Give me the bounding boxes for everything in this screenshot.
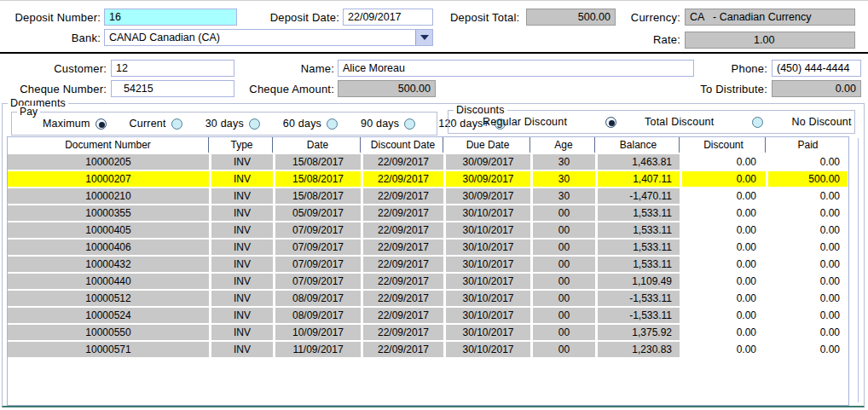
discount-option-no-discount[interactable]: No Discount: [791, 116, 868, 128]
pay-option-90-days[interactable]: 90 days: [361, 118, 415, 130]
cell-balance[interactable]: 1,533.11: [598, 205, 680, 221]
cell-discount[interactable]: 0.00: [682, 274, 766, 289]
radio-icon[interactable]: [249, 118, 260, 130]
cell-paid[interactable]: 0.00: [768, 154, 848, 170]
cell-due-date[interactable]: 30/09/2017: [446, 154, 530, 170]
cell-type[interactable]: INV: [211, 308, 273, 323]
discount-option-total-discount[interactable]: Total Discount: [645, 116, 763, 128]
radio-icon[interactable]: [95, 118, 107, 130]
cell-discount-date[interactable]: 22/09/2017: [363, 291, 443, 306]
deposit-number-input[interactable]: 16: [104, 9, 237, 26]
cell-type[interactable]: INV: [211, 240, 273, 255]
cell-document-number[interactable]: 10000550: [8, 325, 209, 340]
cell-date[interactable]: 08/09/2017: [275, 308, 361, 323]
cell-document-number[interactable]: 10000205: [8, 154, 209, 170]
cell-due-date[interactable]: 30/10/2017: [446, 222, 530, 238]
cell-date[interactable]: 07/09/2017: [275, 222, 361, 238]
phone-input[interactable]: (450) 444-4444: [772, 60, 861, 77]
cell-document-number[interactable]: 10000432: [8, 257, 209, 272]
cell-due-date[interactable]: 30/10/2017: [446, 308, 530, 323]
cell-age[interactable]: 00: [533, 291, 595, 306]
cell-discount[interactable]: 0.00: [682, 240, 766, 255]
cell-age[interactable]: 00: [533, 308, 595, 323]
cell-type[interactable]: INV: [211, 188, 273, 204]
cell-paid[interactable]: 0.00: [768, 342, 848, 357]
cell-type[interactable]: INV: [211, 274, 273, 289]
cell-discount[interactable]: 0.00: [682, 222, 766, 238]
customer-input[interactable]: 12: [111, 60, 234, 77]
cell-balance[interactable]: 1,463.81: [598, 154, 680, 170]
cell-discount[interactable]: 0.00: [682, 342, 766, 357]
cell-date[interactable]: 08/09/2017: [275, 291, 361, 306]
cell-age[interactable]: 30: [533, 188, 595, 204]
pay-option-30-days[interactable]: 30 days: [205, 118, 260, 130]
cell-discount-date[interactable]: 22/09/2017: [363, 154, 443, 170]
cell-age[interactable]: 00: [533, 222, 595, 238]
cell-type[interactable]: INV: [211, 205, 273, 221]
cell-document-number[interactable]: 10000406: [8, 240, 209, 255]
cell-age[interactable]: 00: [533, 342, 595, 357]
cell-discount[interactable]: 0.00: [682, 308, 766, 323]
cell-document-number[interactable]: 10000207: [8, 171, 209, 187]
cell-discount[interactable]: 0.00: [682, 325, 766, 340]
cell-age[interactable]: 00: [533, 240, 595, 255]
cell-discount[interactable]: 0.00: [682, 291, 766, 306]
cell-discount[interactable]: 0.00: [682, 257, 766, 272]
cell-paid[interactable]: 0.00: [768, 222, 848, 238]
cell-balance[interactable]: 1,533.11: [598, 257, 680, 272]
cell-discount-date[interactable]: 22/09/2017: [363, 274, 443, 289]
customer-name-input[interactable]: Alice Moreau: [338, 60, 694, 77]
cell-date[interactable]: 07/09/2017: [275, 240, 361, 255]
discount-option-regular-discount[interactable]: Regular Discount: [483, 116, 616, 128]
cell-document-number[interactable]: 10000405: [8, 222, 209, 238]
cell-paid[interactable]: 0.00: [768, 205, 848, 221]
cell-balance[interactable]: 1,109.49: [598, 274, 680, 289]
cell-date[interactable]: 05/09/2017: [275, 205, 361, 221]
cell-balance[interactable]: 1,407.11: [598, 171, 680, 187]
cell-date[interactable]: 15/08/2017: [275, 171, 361, 187]
radio-icon[interactable]: [752, 117, 763, 128]
cell-document-number[interactable]: 10000355: [8, 205, 209, 221]
cell-due-date[interactable]: 30/10/2017: [446, 274, 530, 289]
pay-option-maximum[interactable]: Maximum: [43, 118, 107, 130]
table-scrollbar[interactable]: [858, 138, 859, 402]
cell-paid[interactable]: 0.00: [768, 291, 848, 306]
cell-discount[interactable]: 0.00: [682, 188, 766, 204]
cell-type[interactable]: INV: [211, 342, 273, 357]
cell-balance[interactable]: -1,470.11: [598, 188, 680, 204]
cell-date[interactable]: 10/09/2017: [275, 325, 361, 340]
cell-paid[interactable]: 0.00: [768, 325, 848, 340]
pay-option-current[interactable]: Current: [130, 118, 182, 130]
cheque-number-input[interactable]: 54215: [111, 80, 234, 97]
cell-type[interactable]: INV: [211, 154, 273, 170]
cell-document-number[interactable]: 10000571: [8, 342, 209, 357]
cell-document-number[interactable]: 10000210: [8, 188, 209, 204]
cell-paid[interactable]: 0.00: [768, 274, 848, 289]
cell-date[interactable]: 07/09/2017: [275, 274, 361, 289]
cell-due-date[interactable]: 30/10/2017: [446, 291, 530, 306]
cell-date[interactable]: 15/08/2017: [275, 188, 361, 204]
cell-type[interactable]: INV: [211, 222, 273, 238]
cell-balance[interactable]: 1,533.11: [598, 240, 680, 255]
cell-age[interactable]: 00: [533, 205, 595, 221]
cell-document-number[interactable]: 10000440: [8, 274, 209, 289]
cell-paid[interactable]: 0.00: [768, 308, 848, 323]
radio-icon[interactable]: [171, 118, 182, 130]
cell-date[interactable]: 07/09/2017: [275, 257, 361, 272]
cell-type[interactable]: INV: [211, 257, 273, 272]
cell-discount-date[interactable]: 22/09/2017: [363, 325, 443, 340]
cell-due-date[interactable]: 30/10/2017: [446, 342, 530, 357]
cell-document-number[interactable]: 10000524: [8, 308, 209, 323]
cell-due-date[interactable]: 30/10/2017: [446, 325, 530, 340]
cell-balance[interactable]: -1,533.11: [598, 308, 680, 323]
cell-paid[interactable]: 0.00: [768, 240, 848, 255]
cell-type[interactable]: INV: [211, 325, 273, 340]
cell-balance[interactable]: 1,375.92: [598, 325, 680, 340]
cell-discount-date[interactable]: 22/09/2017: [363, 171, 443, 187]
bank-combobox[interactable]: CANAD Canadian (CA): [104, 29, 433, 46]
cell-discount-date[interactable]: 22/09/2017: [363, 222, 443, 238]
cell-discount-date[interactable]: 22/09/2017: [363, 205, 443, 221]
cell-type[interactable]: INV: [211, 171, 273, 187]
cell-discount[interactable]: 0.00: [682, 154, 766, 170]
cell-due-date[interactable]: 30/10/2017: [446, 205, 530, 221]
